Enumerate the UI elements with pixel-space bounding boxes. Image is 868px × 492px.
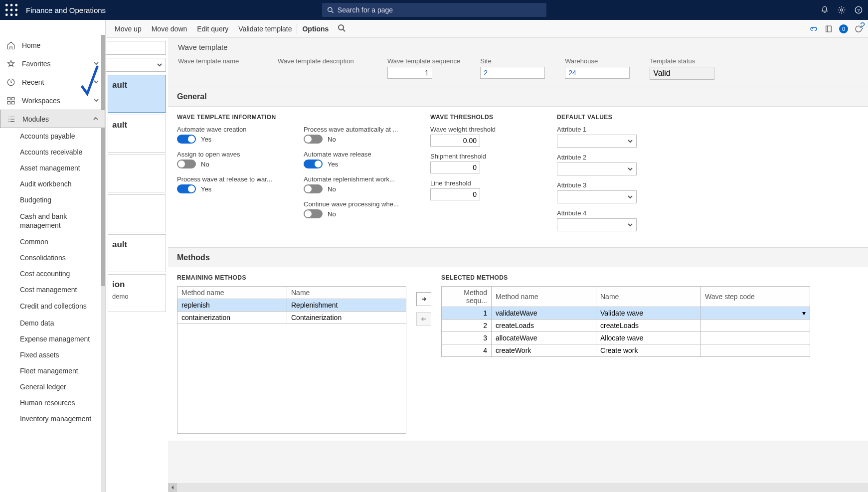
help-icon[interactable]: ? — [854, 5, 863, 14]
cmd-moveup[interactable]: Move up — [110, 20, 147, 37]
svg-point-0 — [5, 4, 8, 6]
svg-text:?: ? — [857, 7, 860, 13]
action-search-icon[interactable] — [338, 24, 346, 34]
search-input[interactable] — [338, 6, 541, 14]
help-icon[interactable]: ? — [860, 21, 865, 31]
left-nav: Home Favorites Recent Workspaces Modules… — [0, 20, 106, 38]
cmd-editquery[interactable]: Edit query — [192, 20, 233, 37]
svg-point-8 — [15, 13, 17, 16]
svg-point-1 — [10, 4, 13, 6]
search-icon — [327, 6, 334, 13]
svg-point-14 — [339, 25, 344, 30]
svg-point-5 — [15, 9, 17, 11]
svg-rect-16 — [826, 26, 832, 32]
title-bar: Finance and Operations ? — [0, 0, 868, 20]
cmd-options[interactable]: Options — [297, 20, 334, 37]
svg-point-2 — [15, 4, 17, 6]
svg-point-4 — [10, 9, 13, 11]
svg-point-6 — [5, 13, 8, 16]
book-icon[interactable] — [824, 24, 833, 33]
svg-point-11 — [841, 9, 843, 11]
bell-icon[interactable] — [820, 5, 829, 14]
gear-icon[interactable] — [837, 5, 846, 14]
cmd-validate[interactable]: Validate template — [233, 20, 297, 37]
svg-point-9 — [328, 7, 332, 11]
svg-point-7 — [10, 13, 13, 16]
svg-line-15 — [343, 29, 345, 31]
svg-point-3 — [5, 9, 8, 11]
nav-home[interactable]: Home — [0, 36, 105, 38]
notification-badge[interactable]: 0 — [839, 24, 848, 33]
global-search[interactable] — [322, 3, 546, 17]
app-title: Finance and Operations — [26, 6, 106, 14]
svg-line-10 — [332, 11, 333, 12]
link-icon[interactable] — [809, 24, 818, 33]
cmd-movedown[interactable]: Move down — [147, 20, 192, 37]
action-bar: Move up Move down Edit query Validate te… — [0, 20, 868, 38]
app-launcher-icon[interactable] — [5, 3, 18, 16]
